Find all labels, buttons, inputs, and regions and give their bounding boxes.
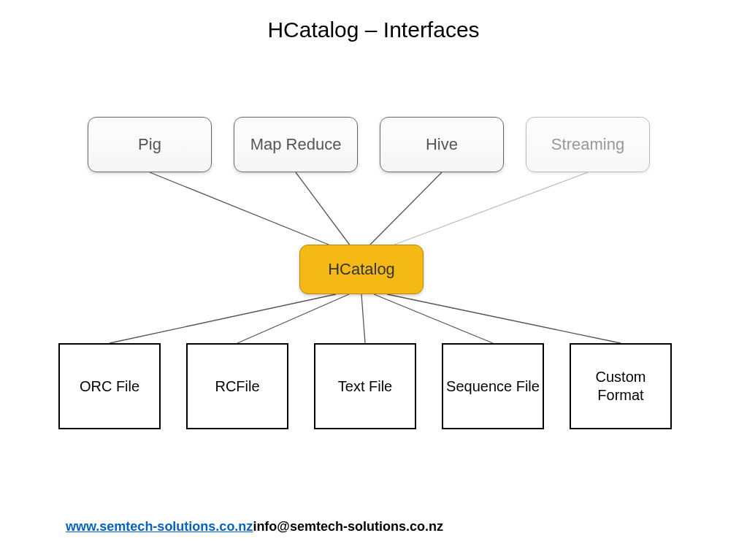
node-hive: Hive — [380, 117, 504, 172]
svg-line-8 — [387, 294, 621, 343]
node-custom-format: Custom Format — [570, 343, 672, 429]
svg-line-7 — [374, 294, 493, 343]
node-pig: Pig — [88, 117, 212, 172]
footer-link[interactable]: www.semtech-solutions.co.nz — [66, 519, 253, 534]
footer: www.semtech-solutions.co.nzinfo@semtech-… — [66, 519, 443, 534]
node-hcatalog: HCatalog — [299, 245, 424, 294]
svg-line-2 — [369, 172, 442, 246]
footer-email: info@semtech-solutions.co.nz — [253, 519, 443, 534]
node-streaming: Streaming — [526, 117, 650, 172]
diagram-container: Pig Map Reduce Hive Streaming HCatalog O… — [44, 95, 701, 475]
svg-line-5 — [237, 294, 349, 343]
node-map-reduce: Map Reduce — [234, 117, 358, 172]
node-rcfile: RCFile — [186, 343, 288, 429]
node-text-file: Text File — [314, 343, 416, 429]
svg-line-6 — [361, 294, 365, 343]
svg-line-3 — [391, 172, 588, 246]
node-sequence-file: Sequence File — [442, 343, 544, 429]
svg-line-0 — [150, 172, 332, 246]
svg-line-4 — [110, 294, 336, 343]
node-orc-file: ORC File — [58, 343, 161, 429]
svg-line-1 — [296, 172, 350, 246]
slide-title: HCatalog – Interfaces — [0, 18, 747, 42]
